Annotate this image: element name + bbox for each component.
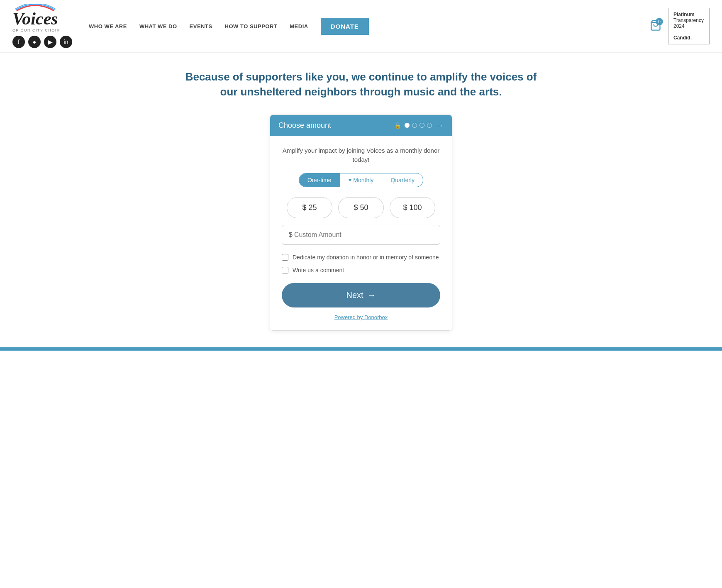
step-dot-2 (412, 123, 417, 128)
linkedin-icon[interactable]: in (60, 36, 72, 48)
custom-amount-wrapper[interactable]: $ (282, 225, 440, 245)
tagline: Because of supporters like you, we conti… (183, 69, 539, 100)
widget-header: Choose amount 🔒 → (270, 115, 452, 136)
custom-amount-input[interactable] (294, 231, 433, 239)
footer-bar (0, 347, 722, 351)
nav-events[interactable]: EVENTS (190, 23, 212, 29)
tab-quarterly[interactable]: Quarterly (382, 173, 423, 187)
frequency-tabs: One-time ♥ Monthly Quarterly (299, 173, 423, 187)
widget-body: Amplify your impact by joining Voices as… (270, 136, 452, 330)
nav-media[interactable]: MEDIA (290, 23, 308, 29)
candid-badge: Platinum Transparency 2024 Candid. (668, 8, 710, 44)
main-nav: WHO WE ARE WHAT WE DO EVENTS HOW TO SUPP… (89, 18, 644, 35)
nav-what-we-do[interactable]: WHAT WE DO (139, 23, 177, 29)
candid-label: Candid. (673, 35, 692, 41)
instagram-icon[interactable]: ● (28, 36, 41, 48)
donation-widget: Choose amount 🔒 → Amplify your impact by… (270, 115, 452, 331)
dedicate-checkbox-row: Dedicate my donation in honor or in memo… (282, 253, 440, 262)
header: Voices of our city choir f ● ▶ in WHO WE… (0, 0, 722, 53)
widget-header-right: 🔒 → (394, 121, 444, 130)
step-arrow-icon[interactable]: → (435, 121, 444, 130)
candid-line2: Transparency (673, 17, 704, 23)
comment-label: Write us a comment (293, 266, 344, 275)
nav-how-to-support[interactable]: HOW TO SUPPORT (225, 23, 278, 29)
step-dot-1 (405, 123, 410, 128)
amount-50[interactable]: $ 50 (338, 197, 384, 218)
widget-title: Choose amount (278, 121, 331, 130)
facebook-icon[interactable]: f (12, 36, 25, 48)
amount-100[interactable]: $ 100 (390, 197, 435, 218)
cart-icon[interactable]: 0 (650, 20, 661, 33)
next-button[interactable]: Next → (282, 283, 440, 307)
candid-year: 2024 (673, 23, 685, 29)
social-icons: f ● ▶ in (12, 36, 72, 48)
candid-line1: Platinum (673, 12, 695, 17)
powered-by[interactable]: Powered by Donorbox (282, 314, 440, 320)
step-dots (405, 123, 432, 128)
step-dot-4 (427, 123, 432, 128)
logo-subtitle: of our city choir (12, 28, 60, 32)
logo-area: Voices of our city choir f ● ▶ in (12, 4, 72, 48)
heart-icon: ♥ (349, 177, 352, 183)
next-label: Next (346, 290, 363, 300)
lock-icon: 🔒 (394, 122, 401, 129)
main-content: Because of supporters like you, we conti… (174, 69, 548, 331)
dedicate-checkbox[interactable] (282, 254, 288, 261)
comment-checkbox-row: Write us a comment (282, 266, 440, 275)
amount-buttons: $ 25 $ 50 $ 100 (282, 197, 440, 218)
cart-badge: 0 (656, 18, 663, 25)
currency-symbol: $ (289, 231, 293, 239)
tab-monthly[interactable]: ♥ Monthly (340, 173, 383, 187)
next-arrow-icon: → (368, 290, 376, 300)
youtube-icon[interactable]: ▶ (44, 36, 56, 48)
nav-who-we-are[interactable]: WHO WE ARE (89, 23, 127, 29)
logo-text: Voices (12, 10, 58, 27)
comment-checkbox[interactable] (282, 267, 288, 273)
amount-25[interactable]: $ 25 (287, 197, 332, 218)
tab-one-time[interactable]: One-time (299, 173, 340, 187)
step-dot-3 (420, 123, 424, 128)
donate-button[interactable]: DONATE (321, 18, 369, 35)
dedicate-label: Dedicate my donation in honor or in memo… (293, 253, 439, 262)
impact-text: Amplify your impact by joining Voices as… (282, 146, 440, 165)
tab-monthly-label: Monthly (353, 177, 373, 183)
